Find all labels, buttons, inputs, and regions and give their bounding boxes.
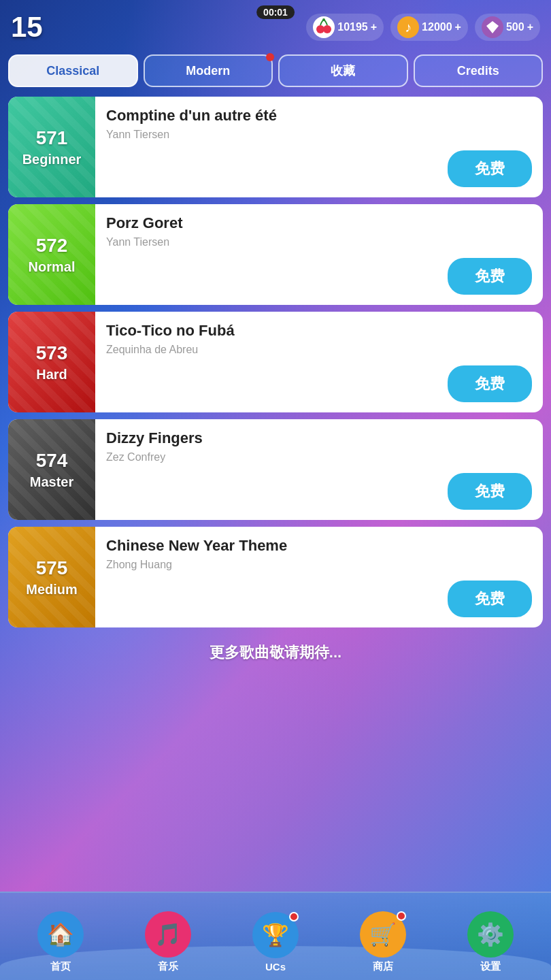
diamond-icon (482, 16, 503, 38)
modern-tab-dot (266, 53, 274, 61)
diamond-count: 500 (506, 21, 524, 33)
song-list: 571 Beginner Comptine d'un autre été Yan… (0, 94, 551, 630)
song-title-571: Comptine d'un autre été (106, 107, 532, 125)
currency-group: 10195 + ♪ 12000 + 500 + (306, 14, 540, 41)
song-title-572: Porz Goret (106, 214, 532, 232)
song-artist-571: Yann Tiersen (106, 129, 532, 141)
note-plus: + (455, 21, 461, 33)
svg-point-2 (322, 18, 325, 21)
svg-point-1 (323, 25, 331, 33)
uc-nav-label: UCs (265, 961, 286, 973)
song-card-575[interactable]: 575 Medium Chinese New Year Theme Zhong … (8, 527, 543, 627)
cherry-plus: + (371, 21, 377, 33)
song-thumb-574: 574 Master (8, 419, 95, 520)
cherry-icon (313, 16, 335, 38)
settings-nav-label: 设置 (480, 960, 501, 973)
cart-icon: 🛒 (369, 921, 397, 947)
song-title-575: Chinese New Year Theme (106, 537, 532, 555)
nav-settings[interactable]: ⚙️ 设置 (467, 911, 514, 973)
song-artist-575: Zhong Huang (106, 559, 532, 571)
song-card-571[interactable]: 571 Beginner Comptine d'un autre été Yan… (8, 97, 543, 197)
note-icon: ♪ (397, 16, 419, 38)
song-info-574: Dizzy Fingers Zez Confrey 免费 (95, 419, 543, 520)
song-artist-574: Zez Confrey (106, 451, 532, 463)
level-display: 15 (11, 11, 52, 44)
top-bar: 15 00:01 10195 + ♪ 12000 + (0, 0, 551, 54)
tab-credits[interactable]: Credits (414, 54, 544, 87)
music-icon-wrap: 🎵 (145, 911, 191, 958)
nav-shop[interactable]: 🛒 商店 (360, 911, 406, 973)
song-thumb-572: 572 Normal (8, 204, 95, 305)
home-icon: 🏠 (47, 921, 74, 947)
timer-display: 00:01 (256, 5, 295, 19)
song-title-573: Tico-Tico no Fubá (106, 322, 532, 340)
cherry-count: 10195 (337, 21, 368, 33)
song-thumb-571: 571 Beginner (8, 97, 95, 197)
nav-home[interactable]: 🏠 首页 (37, 911, 84, 973)
nav-music[interactable]: 🎵 音乐 (145, 911, 191, 973)
settings-icon-wrap: ⚙️ (467, 911, 514, 958)
diamond-currency[interactable]: 500 + (475, 14, 540, 41)
tabs-bar: Classical Modern 收藏 Credits (0, 54, 551, 94)
bottom-nav: 🏠 首页 🎵 音乐 🏆 UCs 🛒 商店 ⚙ (0, 892, 551, 980)
song-info-571: Comptine d'un autre été Yann Tiersen 免费 (95, 97, 543, 197)
more-songs-text: 更多歌曲敬请期待... (0, 630, 551, 670)
uc-icon-wrap: 🏆 (252, 912, 299, 958)
tab-classical[interactable]: Classical (8, 54, 138, 87)
song-card-574[interactable]: 574 Master Dizzy Fingers Zez Confrey 免费 (8, 419, 543, 520)
tab-modern[interactable]: Modern (144, 54, 273, 87)
music-nav-label: 音乐 (158, 960, 178, 973)
free-btn-575[interactable]: 免费 (448, 581, 532, 617)
free-btn-573[interactable]: 免费 (448, 365, 532, 402)
note-count: 12000 (422, 21, 452, 33)
home-icon-wrap: 🏠 (37, 911, 84, 958)
trophy-icon: 🏆 (262, 922, 289, 948)
song-thumb-575: 575 Medium (8, 527, 95, 627)
shop-nav-dot (397, 911, 406, 921)
svg-marker-3 (486, 21, 499, 33)
cherry-currency[interactable]: 10195 + (306, 14, 384, 41)
song-card-573[interactable]: 573 Hard Tico-Tico no Fubá Zequinha de A… (8, 312, 543, 412)
note-currency[interactable]: ♪ 12000 + (390, 14, 468, 41)
song-card-572[interactable]: 572 Normal Porz Goret Yann Tiersen 免费 (8, 204, 543, 305)
home-nav-label: 首页 (50, 960, 71, 973)
nav-ucs[interactable]: 🏆 UCs (252, 912, 299, 973)
song-info-573: Tico-Tico no Fubá Zequinha de Abreu 免费 (95, 312, 543, 412)
free-btn-571[interactable]: 免费 (448, 150, 532, 187)
nav-items: 🏠 首页 🎵 音乐 🏆 UCs 🛒 商店 ⚙ (0, 911, 551, 980)
uc-nav-dot (289, 912, 299, 921)
tab-collect[interactable]: 收藏 (278, 54, 408, 87)
song-title-574: Dizzy Fingers (106, 429, 532, 447)
diamond-plus: + (527, 21, 533, 33)
gear-icon: ⚙️ (477, 921, 504, 947)
shop-icon-wrap: 🛒 (360, 911, 406, 958)
music-icon: 🎵 (154, 921, 182, 947)
free-btn-574[interactable]: 免费 (448, 473, 532, 510)
song-artist-572: Yann Tiersen (106, 236, 532, 248)
song-thumb-573: 573 Hard (8, 312, 95, 412)
free-btn-572[interactable]: 免费 (448, 258, 532, 295)
song-info-575: Chinese New Year Theme Zhong Huang 免费 (95, 527, 543, 627)
shop-nav-label: 商店 (373, 960, 393, 973)
song-artist-573: Zequinha de Abreu (106, 344, 532, 356)
song-info-572: Porz Goret Yann Tiersen 免费 (95, 204, 543, 305)
